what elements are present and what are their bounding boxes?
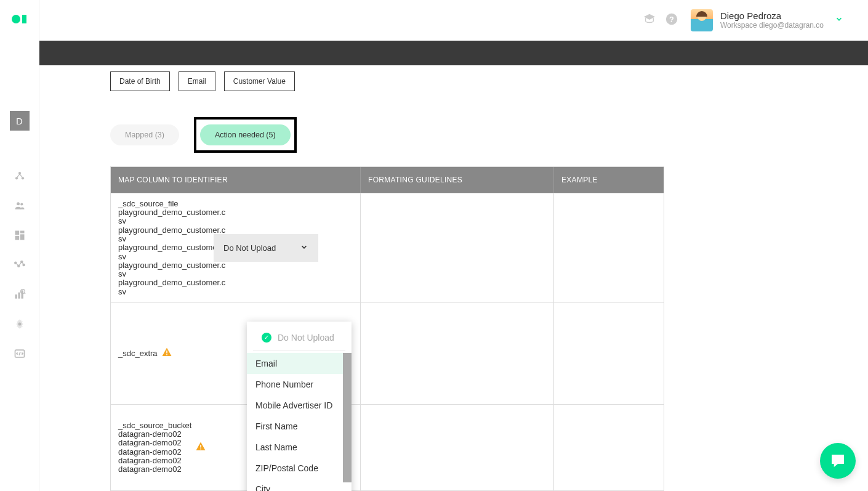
svg-point-6 — [20, 203, 23, 205]
svg-point-12 — [17, 265, 19, 267]
svg-rect-9 — [20, 234, 24, 240]
svg-point-14 — [23, 264, 25, 266]
svg-point-5 — [17, 202, 20, 205]
identifier-select[interactable]: Do Not Upload — [214, 234, 318, 262]
dropdown-item-firstname[interactable]: First Name — [247, 416, 352, 437]
chip-customer-value[interactable]: Customer Value — [224, 71, 295, 91]
warning-icon — [195, 441, 206, 455]
user-workspace: Workspace diego@datagran.co — [720, 21, 824, 30]
nav-connections-icon[interactable] — [12, 169, 27, 184]
nav-people-icon[interactable] — [12, 198, 27, 213]
chat-support-button[interactable] — [820, 443, 856, 479]
svg-rect-29 — [201, 448, 202, 450]
column-name: _sdc_source_file playground_demo_custome… — [118, 200, 229, 296]
dropdown-item-zip[interactable]: ZIP/Postal Code — [247, 458, 352, 479]
svg-rect-28 — [201, 445, 202, 448]
dropdown-scrollbar[interactable] — [343, 353, 352, 482]
svg-rect-17 — [21, 290, 23, 298]
highlight-annotation: Action needed (5) — [194, 117, 297, 153]
identifier-dropdown: ✓ Do Not Upload Email Phone Number Mobil… — [247, 322, 352, 491]
dark-toolbar — [39, 41, 868, 65]
table-row: _sdc_source_bucket datagran-demo02 datag… — [111, 404, 664, 490]
svg-rect-26 — [166, 351, 167, 354]
table-row: _sdc_extra — [111, 302, 664, 404]
svg-rect-15 — [15, 294, 17, 299]
svg-rect-8 — [20, 231, 24, 233]
nav-dashboard-icon[interactable] — [12, 228, 27, 243]
nav-settings-icon[interactable] — [12, 317, 27, 331]
svg-rect-27 — [166, 354, 167, 355]
svg-point-0 — [12, 15, 20, 23]
warning-icon — [161, 347, 172, 360]
svg-rect-16 — [18, 293, 20, 299]
chip-email[interactable]: Email — [179, 71, 215, 91]
table-row: _sdc_source_file playground_demo_custome… — [111, 193, 664, 302]
mapping-table: MAP COLUMN TO IDENTIFIER FORMATING GUIDE… — [110, 166, 664, 491]
svg-text:?: ? — [669, 15, 674, 24]
th-example: EXAMPLE — [553, 167, 664, 193]
help-icon[interactable]: ? — [665, 12, 678, 28]
education-icon[interactable] — [643, 12, 656, 28]
column-name: _sdc_extra — [118, 349, 158, 358]
nav-flow-icon[interactable] — [12, 258, 27, 272]
dropdown-item-phone[interactable]: Phone Number — [247, 374, 352, 395]
check-icon: ✓ — [262, 333, 271, 343]
svg-rect-1 — [22, 15, 26, 23]
chevron-down-icon — [300, 243, 308, 253]
filter-mapped[interactable]: Mapped (3) — [110, 124, 179, 145]
dropdown-current[interactable]: ✓ Do Not Upload — [253, 328, 345, 351]
filter-action-needed[interactable]: Action needed (5) — [200, 124, 291, 145]
column-name: _sdc_source_bucket datagran-demo02 datag… — [118, 421, 191, 474]
svg-point-13 — [20, 261, 22, 262]
chip-date-of-birth[interactable]: Date of Birth — [110, 71, 170, 91]
user-avatar[interactable] — [691, 9, 713, 31]
svg-point-2 — [18, 172, 20, 174]
select-value: Do Not Upload — [223, 243, 276, 253]
dropdown-item-city[interactable]: City — [247, 479, 352, 491]
svg-rect-10 — [15, 236, 19, 240]
dropdown-item-maid[interactable]: Mobile Advertiser ID — [247, 395, 352, 416]
dropdown-current-label: Do Not Upload — [278, 333, 334, 343]
user-name: Diego Pedroza — [720, 10, 824, 21]
th-map-column: MAP COLUMN TO IDENTIFIER — [111, 167, 360, 193]
user-menu-chevron[interactable] — [835, 15, 843, 26]
svg-point-11 — [14, 262, 16, 264]
nav-code-icon[interactable] — [12, 346, 27, 361]
dropdown-item-email[interactable]: Email — [247, 353, 352, 374]
logo[interactable] — [11, 14, 28, 25]
th-guidelines: FORMATING GUIDELINES — [360, 167, 553, 193]
svg-line-19 — [24, 293, 25, 294]
nav-analytics-icon[interactable] — [12, 287, 27, 302]
dropdown-item-lastname[interactable]: Last Name — [247, 437, 352, 458]
workspace-badge[interactable]: D — [10, 111, 30, 131]
svg-rect-7 — [15, 231, 19, 235]
